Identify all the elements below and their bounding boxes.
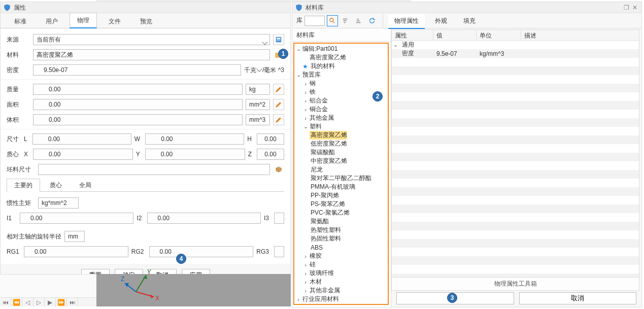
centroid-x-label: X [24, 151, 30, 158]
stock-field[interactable] [38, 164, 270, 175]
tab-physics[interactable]: 物理 [70, 13, 97, 28]
material-field[interactable]: 高密度聚乙烯 [33, 49, 270, 60]
density-field[interactable]: 9.50e-07 [33, 64, 241, 76]
tree-item-plastic[interactable]: 塑料 [309, 122, 322, 131]
col-desc[interactable]: 描述 [521, 30, 639, 40]
tree-item-al-alloy[interactable]: 铝合金 [309, 96, 328, 105]
centroid-y-field[interactable]: 0.00 [145, 149, 245, 160]
lib-search-input[interactable] [304, 16, 325, 26]
tree-item-other-metal[interactable]: 其他金属 [309, 114, 334, 122]
matlib-titlebar[interactable]: 材料库 ❐ ✕ [292, 2, 641, 13]
tree-item-cu-alloy[interactable]: 铜合金 [309, 105, 328, 114]
forward-icon[interactable]: ⏩ [56, 298, 67, 307]
property-grid-footer[interactable]: 物理属性工具箱 [391, 278, 639, 291]
i2-field[interactable]: 0.00 [147, 213, 261, 224]
tree-item-pc[interactable]: 聚碳酸酯 [310, 148, 335, 157]
tab-standard[interactable]: 标准 [7, 14, 34, 28]
rewind-icon[interactable]: ⏪ [11, 298, 22, 307]
tab-user[interactable]: 用户 [38, 14, 65, 28]
tree-item-pu[interactable]: 聚氨酯 [310, 217, 329, 226]
size-l-field[interactable]: 0.00 [32, 133, 131, 145]
search-icon[interactable] [327, 15, 338, 26]
i3-field[interactable] [274, 213, 284, 224]
playback-controls[interactable]: ⏮ ⏪ ◁ ▷ ▶ ⏩ ⏭ [0, 297, 96, 306]
material-tree[interactable]: 2 ⌄编辑:Part001 高密度聚乙烯 ★我的材料 ⌄预置库 ›钢 ›铁 ›铝… [293, 43, 389, 305]
centroid-x-field[interactable]: 0.00 [33, 149, 133, 160]
matlib-cancel-button[interactable]: 取消 [519, 292, 637, 304]
size-w-field[interactable]: 0.00 [145, 133, 244, 145]
tree-item-pvc[interactable]: PVC-聚氯乙烯 [310, 209, 350, 217]
properties-dialog: 属性 标准 用户 物理 文件 预览 来源 当前所有 材料 高密度聚乙烯 1 [0, 2, 291, 288]
tree-item-pmma[interactable]: PMMA-有机玻璃 [310, 183, 355, 191]
source-combo[interactable]: 当前所有 [33, 34, 270, 45]
centroid-z-field[interactable]: 0.00 [257, 149, 284, 160]
tree-item-edit-child[interactable]: 高密度聚乙烯 [309, 53, 346, 62]
prev-icon[interactable]: ◁ [22, 298, 33, 307]
edit-volume-button[interactable] [273, 114, 284, 125]
tree-item-si[interactable]: 硅 [309, 260, 316, 269]
tree-item-ldpe[interactable]: 低密度聚乙烯 [310, 140, 347, 148]
tree-item-glass-fiber[interactable]: 玻璃纤维 [309, 269, 334, 278]
tree-item-my-materials[interactable]: 我的材料 [310, 62, 335, 71]
tab-preview[interactable]: 预览 [132, 14, 160, 28]
tree-item-wood[interactable]: 木材 [309, 278, 322, 286]
play-icon[interactable]: ▷ [33, 298, 45, 307]
tree-item-hdpe[interactable]: 高密度聚乙烯 [310, 131, 347, 140]
tree-item-edit[interactable]: 编辑:Part001 [301, 45, 337, 53]
tree-item-iron[interactable]: 铁 [309, 88, 316, 96]
calc-button[interactable] [273, 34, 284, 45]
property-grid-body[interactable]: ⌄ 通用 密度 9.5e-07 kg/mm^3 [391, 41, 639, 278]
rg3-label: RG3 [256, 248, 271, 255]
tree-item-nonmetal[interactable]: 其他非金属 [309, 286, 340, 295]
tab-appearance[interactable]: 外观 [429, 14, 453, 29]
subtab-global[interactable]: 全局 [72, 179, 99, 192]
rg2-field[interactable]: 0.00 [149, 246, 254, 257]
col-unit[interactable]: 单位 [477, 30, 521, 40]
subtab-main[interactable]: 主要的 [7, 179, 40, 192]
tree-item-ps[interactable]: PS-聚苯乙烯 [310, 200, 345, 209]
size-h-field[interactable]: 0.00 [257, 133, 284, 145]
tree-item-abs[interactable]: ABS [310, 244, 323, 251]
area-field[interactable]: 0.00 [33, 99, 243, 110]
grid-group[interactable]: 通用 [399, 41, 433, 49]
restore-icon[interactable]: ❐ [624, 2, 629, 13]
tree-item-mdpe[interactable]: 中密度聚乙烯 [310, 157, 347, 165]
tree-item-thermoplastic[interactable]: 热塑性塑料 [310, 226, 341, 234]
tree-item-steel[interactable]: 钢 [309, 79, 316, 88]
mass-field[interactable]: 0.00 [33, 84, 243, 95]
next-icon[interactable]: ▶ [45, 298, 56, 307]
tree-item-rubber[interactable]: 橡胶 [309, 252, 322, 260]
svg-line-15 [333, 21, 335, 23]
rg3-field[interactable] [274, 246, 284, 257]
col-value[interactable]: 值 [433, 30, 477, 40]
tree-item-industry[interactable]: 行业应用材料 [301, 295, 339, 303]
grid-prop-unit[interactable]: kg/mm^3 [477, 50, 521, 57]
tab-phys-props[interactable]: 物理属性 [388, 14, 425, 29]
tab-fill[interactable]: 填充 [457, 14, 482, 29]
tree-item-pp[interactable]: PP-聚丙烯 [310, 191, 339, 200]
filter-asc-icon[interactable] [340, 15, 351, 26]
col-name[interactable]: 属性 [392, 30, 433, 40]
tree-item-preset[interactable]: 预置库 [301, 71, 321, 79]
refresh-icon[interactable] [366, 15, 378, 26]
grid-prop-name[interactable]: 密度 [399, 49, 433, 58]
tree-item-pet[interactable]: 聚对苯二甲酸乙二醇酯 [310, 174, 371, 183]
edit-mass-button[interactable] [273, 84, 284, 95]
subtab-centroid[interactable]: 质心 [42, 179, 70, 192]
tab-file[interactable]: 文件 [101, 14, 128, 28]
grid-prop-value[interactable]: 9.5e-07 [433, 50, 477, 57]
tree-item-nylon[interactable]: 尼龙 [310, 165, 323, 174]
rg1-field[interactable]: 0.00 [24, 246, 128, 257]
properties-titlebar[interactable]: 属性 [1, 2, 290, 13]
volume-field[interactable]: 0.00 [33, 114, 243, 125]
stock-box-button[interactable] [273, 164, 284, 175]
i1-field[interactable]: 0.00 [20, 213, 133, 224]
edit-area-button[interactable] [273, 99, 284, 110]
last-icon[interactable]: ⏭ [67, 298, 78, 307]
close-icon[interactable]: ✕ [632, 2, 637, 13]
filter-desc-icon[interactable] [353, 15, 364, 26]
first-icon[interactable]: ⏮ [0, 298, 11, 307]
chevron-down-icon[interactable] [257, 66, 261, 74]
tree-item-thermoset[interactable]: 热固性塑料 [310, 234, 341, 243]
i3-label: I3 [264, 215, 271, 222]
